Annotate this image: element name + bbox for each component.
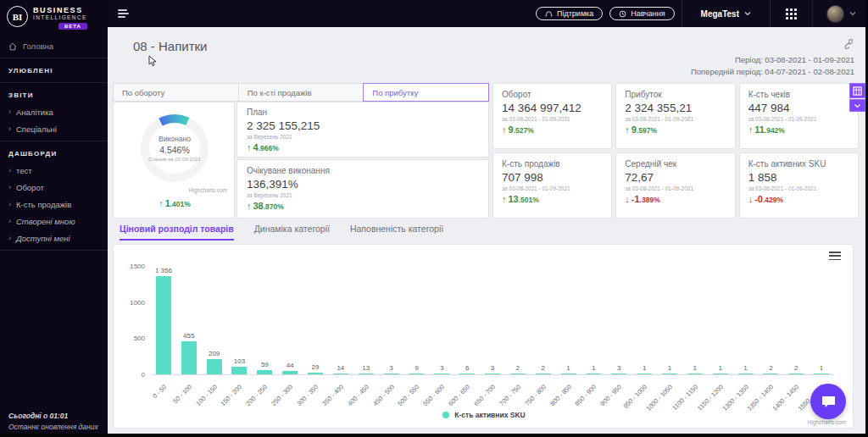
kpi-value: 14 364 997,412 [502,102,603,114]
metric-tab[interactable]: По к-сті продажів [238,83,364,102]
apps-grid-button[interactable] [771,8,812,19]
delta-frac: .527% [514,126,534,135]
kpi-value: 72,67 [625,171,726,184]
bar[interactable] [788,373,804,374]
sidebar-section: УЛЮБЛЕНІ [0,58,108,82]
sidebar-item[interactable]: ›тест [0,162,108,179]
bar[interactable] [611,373,626,374]
highcharts-credit[interactable]: Highcharts.com [189,187,227,193]
bar[interactable] [662,373,677,374]
training-label: Навчання [631,9,665,18]
y-axis-tick-label: 0 [120,371,145,379]
chat-icon [821,395,837,409]
table-view-button[interactable] [849,83,865,98]
delta-int: 13 [509,194,519,204]
y-axis-tick-label: 1500 [120,263,145,270]
chart-context-menu-button[interactable] [829,252,841,260]
bar[interactable] [536,373,551,374]
bar[interactable] [207,359,222,374]
sidebar-item[interactable]: ›Оборот [0,179,108,196]
kpi-card: К-сть чеків447 984за 03-08-2021 - 01-09-… [739,83,859,149]
bar[interactable] [434,373,449,374]
bar-value-label: 209 [198,350,231,357]
sidebar-item[interactable]: ›Аналітика [0,103,108,120]
bar[interactable] [181,341,197,374]
bar[interactable] [687,373,703,374]
bar[interactable] [156,276,171,374]
bar[interactable] [231,367,247,374]
chart-tabs: Ціновий розподіл товарівДинаміка категор… [120,224,443,241]
chart-legend[interactable]: К-сть активних SKU [114,411,854,419]
user-menu[interactable] [813,5,868,23]
delta-up: ↑9.597% [625,124,726,135]
bar[interactable] [637,373,652,374]
support-button[interactable]: Підтримка [536,7,603,20]
metric-tab[interactable]: По прибутку [363,83,489,102]
chat-widget-button[interactable] [810,384,846,419]
price-distribution-chart-card: 0500100015001 3560 - 5045550 - 100209100… [113,244,854,429]
delta-frac: .870% [264,202,284,211]
bar[interactable] [409,373,424,374]
kpi-title: Оборот [502,90,603,99]
bar[interactable] [384,373,399,374]
bar[interactable] [561,373,576,374]
card-title: Очікуване виконання [247,166,479,175]
topbar: Підтримка Навчання MegaTest [108,0,868,27]
brand-logo[interactable]: BI BUSINESS INTELLIGENCE BETA [0,0,108,35]
bar[interactable] [586,373,601,374]
delta-up: ↑9.527% [502,124,603,135]
y-axis-tick-label: 1000 [120,299,145,307]
kpi-period: за 03-08-2021 - 01-09-2021 [625,185,726,191]
share-link-icon[interactable] [843,39,853,49]
table-icon [853,86,862,96]
kpi-card: К-сть активних SKU1 858за 03-08-2021 - 0… [739,152,859,218]
current-period: Період: 03-08-2021 - 01-09-2021 [691,54,854,66]
bar[interactable] [763,373,778,374]
bi-dashboard-app: BI BUSINESS INTELLIGENCE BETA Головна УЛ… [0,0,868,437]
sidebar-item-label: К-сть продажів [16,200,71,209]
chart-tab[interactable]: Динаміка категорії [254,224,330,241]
bar[interactable] [485,373,500,374]
bar[interactable] [333,373,348,374]
delta-frac: .597% [637,126,657,135]
kpi-period: за 03-08-2021 - 01-09-2021 [502,116,603,122]
training-button[interactable]: Навчання [609,7,674,20]
collapse-panel-button[interactable] [849,99,865,112]
bar[interactable] [713,373,728,374]
kpi-title: К-сть активних SKU [748,159,849,169]
sidebar-item[interactable]: ›Доступні мені [0,230,108,246]
bar[interactable] [814,373,829,374]
delta-int: 11 [754,124,765,135]
metric-tab[interactable]: По обороту [113,83,239,102]
chart-tab[interactable]: Наповненість категорії [350,224,443,241]
sidebar-item[interactable]: ›Спеціальні [0,120,108,137]
sidebar-section-header: ДАШБОРДИ [0,148,108,162]
bar-chart-plot: 0500100015001 3560 - 5045550 - 100209100… [151,267,834,375]
bar[interactable] [359,373,374,374]
delta-frac: .501% [519,196,539,204]
bar[interactable] [459,373,475,374]
bar[interactable] [510,373,526,374]
plan-card: План2 325 155,215за Вересень 2021↑4.966% [236,102,489,158]
sidebar: BI BUSINESS INTELLIGENCE BETA Головна УЛ… [0,0,108,437]
card-period: за Вересень 2021 [247,192,479,198]
bar[interactable] [257,370,272,374]
bar[interactable] [308,373,323,374]
kpi-period: за 03-08-2021 - 01-09-2021 [748,185,849,191]
sidebar-item[interactable]: ›К-сть продажів [0,196,108,213]
delta-int: -0 [754,194,763,204]
arrow-down-icon: ↓ [748,194,754,204]
chevron-right-icon: › [8,125,11,133]
chart-tab[interactable]: Ціновий розподіл товарів [120,224,234,241]
main-content: 08 - Напитки Період: 03-08-2021 - 01-09-… [108,27,868,437]
highcharts-credit[interactable]: Highcharts.com [808,419,846,425]
delta-frac: .429% [763,196,783,204]
sidebar-item-home[interactable]: Головна [0,35,108,58]
bar[interactable] [738,373,754,374]
menu-toggle-button[interactable] [118,9,129,18]
workspace-selector[interactable]: MegaTest [682,9,770,19]
bar[interactable] [282,371,298,374]
expected-completion-card: Очікуване виконання136,391%за Вересень 2… [236,159,489,218]
kpi-card: Середній чек72,67за 03-08-2021 - 01-09-2… [615,152,735,218]
sidebar-item[interactable]: ›Створені мною [0,213,108,230]
